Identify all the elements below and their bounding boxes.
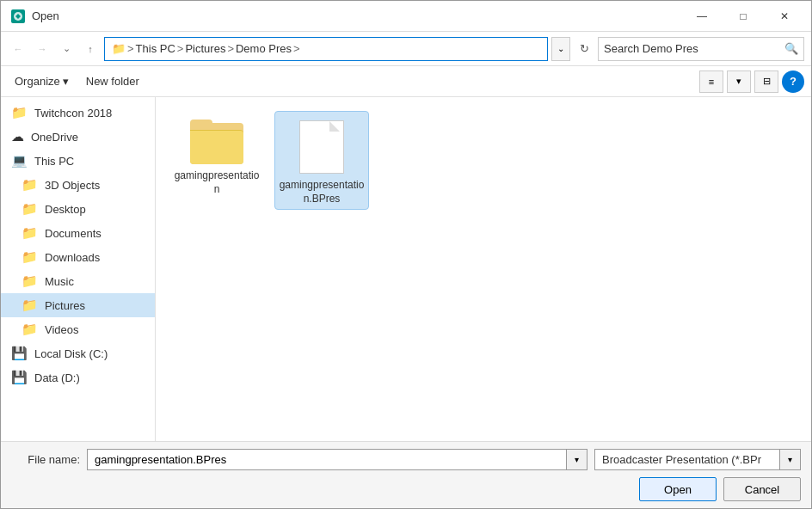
datad-icon: 💾 bbox=[11, 370, 28, 385]
view-icon: ≡ bbox=[709, 77, 714, 87]
new-folder-button[interactable]: New folder bbox=[79, 72, 146, 90]
organize-button[interactable]: Organize ▾ bbox=[8, 72, 76, 90]
file-label: gamingpresentation bbox=[173, 169, 261, 196]
sidebar-item-music[interactable]: 📁 Music bbox=[1, 269, 155, 293]
twitchcon-icon: 📁 bbox=[11, 105, 28, 120]
address-bar: ← → ⌄ ↑ 📁 > This PC > Pictures > Demo Pr… bbox=[1, 32, 811, 66]
filename-row: File name: ▾ Broadcaster Presentation (*… bbox=[11, 449, 801, 470]
sidebar-item-label: Twitchcon 2018 bbox=[34, 107, 112, 120]
bottom-bar: File name: ▾ Broadcaster Presentation (*… bbox=[1, 441, 811, 508]
sidebar-item-pictures[interactable]: 📁 Pictures bbox=[1, 293, 155, 317]
organize-label: Organize bbox=[15, 75, 60, 88]
view-controls: ≡ ▾ ⊟ ? bbox=[699, 71, 804, 93]
path-pictures[interactable]: Pictures bbox=[185, 42, 225, 55]
sidebar-item-label: Videos bbox=[45, 323, 79, 336]
file-label: gamingpresentation.BPres bbox=[279, 179, 365, 205]
sidebar-item-label: Downloads bbox=[45, 251, 100, 264]
localc-icon: 💾 bbox=[11, 346, 28, 361]
help-button[interactable]: ? bbox=[782, 71, 804, 93]
address-dropdown-button[interactable]: ⌄ bbox=[551, 37, 570, 61]
file-area: gamingpresentation gamingpresentation.BP… bbox=[156, 97, 811, 441]
path-sep-2: > bbox=[227, 42, 234, 55]
up-button[interactable]: ↑ bbox=[80, 39, 101, 59]
address-path[interactable]: 📁 > This PC > Pictures > Demo Pres > bbox=[104, 37, 548, 61]
sidebar-item-localc[interactable]: 💾 Local Disk (C:) bbox=[1, 341, 155, 365]
sidebar-item-3dobjects[interactable]: 📁 3D Objects bbox=[1, 173, 155, 197]
sidebar: 📁 Twitchcon 2018 ☁ OneDrive 💻 This PC 📁 … bbox=[1, 97, 156, 441]
new-folder-label: New folder bbox=[86, 75, 139, 88]
document-icon bbox=[296, 115, 348, 174]
path-thispc[interactable]: This PC bbox=[136, 42, 175, 55]
thispc-icon: 💻 bbox=[11, 153, 28, 169]
pane-button[interactable]: ⊟ bbox=[754, 71, 778, 93]
sidebar-item-downloads[interactable]: 📁 Downloads bbox=[1, 245, 155, 269]
cancel-button[interactable]: Cancel bbox=[723, 477, 801, 501]
refresh-button[interactable]: ↻ bbox=[574, 39, 594, 59]
sidebar-item-label: Documents bbox=[45, 227, 102, 240]
filename-input[interactable] bbox=[88, 450, 566, 469]
list-item[interactable]: gamingpresentation.BPres bbox=[274, 111, 369, 210]
dialog-title: Open bbox=[32, 9, 682, 22]
view-dropdown-button[interactable]: ▾ bbox=[727, 71, 751, 93]
sidebar-item-label: 3D Objects bbox=[45, 179, 100, 192]
sidebar-item-thispc[interactable]: 💻 This PC bbox=[1, 149, 155, 173]
documents-icon: 📁 bbox=[22, 225, 38, 241]
search-box[interactable]: 🔍 bbox=[598, 37, 804, 61]
action-row: Open Cancel bbox=[11, 477, 801, 501]
sidebar-item-label: Local Disk (C:) bbox=[34, 347, 108, 360]
path-demopres[interactable]: Demo Pres bbox=[236, 42, 292, 55]
path-sep-3: > bbox=[293, 42, 300, 55]
filename-label: File name: bbox=[11, 453, 80, 466]
dropdown-nav-button[interactable]: ⌄ bbox=[56, 39, 77, 59]
sidebar-item-label: OneDrive bbox=[31, 131, 78, 144]
3dobjects-icon: 📁 bbox=[22, 177, 38, 193]
view-button[interactable]: ≡ bbox=[699, 71, 723, 93]
resize-handle[interactable] bbox=[801, 498, 811, 508]
back-button[interactable]: ← bbox=[8, 39, 28, 59]
maximize-button[interactable]: □ bbox=[723, 4, 763, 28]
forward-button[interactable]: → bbox=[32, 39, 52, 59]
open-button[interactable]: Open bbox=[639, 477, 717, 501]
sidebar-item-onedrive[interactable]: ☁ OneDrive bbox=[1, 125, 155, 149]
search-icon: 🔍 bbox=[784, 42, 798, 55]
open-dialog: Open — □ ✕ ← → ⌄ ↑ 📁 > This PC > Picture… bbox=[0, 0, 812, 509]
desktop-icon: 📁 bbox=[22, 201, 38, 217]
path-sep-0: > bbox=[127, 42, 134, 55]
filename-input-wrap: ▾ bbox=[87, 449, 587, 470]
sidebar-item-datad[interactable]: 💾 Data (D:) bbox=[1, 365, 155, 389]
sidebar-item-label: This PC bbox=[34, 155, 74, 168]
list-item[interactable]: gamingpresentation bbox=[169, 111, 264, 210]
downloads-icon: 📁 bbox=[22, 249, 38, 265]
filetype-arrow[interactable]: ▾ bbox=[779, 450, 800, 469]
sidebar-item-label: Pictures bbox=[45, 299, 85, 312]
title-bar: Open — □ ✕ bbox=[1, 1, 811, 32]
close-button[interactable]: ✕ bbox=[765, 4, 804, 28]
videos-icon: 📁 bbox=[22, 322, 38, 337]
dialog-icon bbox=[11, 9, 25, 23]
filetype-text: Broadcaster Presentation (*.BPr bbox=[595, 450, 779, 469]
path-icon: 📁 bbox=[112, 42, 126, 55]
path-sep-1: > bbox=[177, 42, 184, 55]
search-input[interactable] bbox=[604, 42, 781, 55]
onedrive-icon: ☁ bbox=[11, 129, 24, 144]
sidebar-item-label: Music bbox=[45, 275, 74, 288]
toolbar: Organize ▾ New folder ≡ ▾ ⊟ ? bbox=[1, 66, 811, 97]
organize-arrow: ▾ bbox=[63, 75, 69, 88]
sidebar-item-videos[interactable]: 📁 Videos bbox=[1, 317, 155, 341]
sidebar-item-twitchcon[interactable]: 📁 Twitchcon 2018 bbox=[1, 101, 155, 125]
pictures-icon: 📁 bbox=[22, 297, 38, 313]
sidebar-item-label: Data (D:) bbox=[34, 371, 80, 384]
filetype-select[interactable]: Broadcaster Presentation (*.BPr ▾ bbox=[594, 449, 801, 470]
window-controls: — □ ✕ bbox=[682, 4, 804, 28]
address-right: ⌄ ↻ bbox=[551, 37, 594, 61]
sidebar-item-label: Desktop bbox=[45, 203, 86, 216]
folder-icon bbox=[187, 114, 247, 164]
music-icon: 📁 bbox=[22, 273, 38, 289]
minimize-button[interactable]: — bbox=[682, 4, 722, 28]
filename-dropdown-button[interactable]: ▾ bbox=[566, 450, 587, 469]
main-content: 📁 Twitchcon 2018 ☁ OneDrive 💻 This PC 📁 … bbox=[1, 97, 811, 441]
sidebar-item-documents[interactable]: 📁 Documents bbox=[1, 221, 155, 245]
sidebar-item-desktop[interactable]: 📁 Desktop bbox=[1, 197, 155, 221]
